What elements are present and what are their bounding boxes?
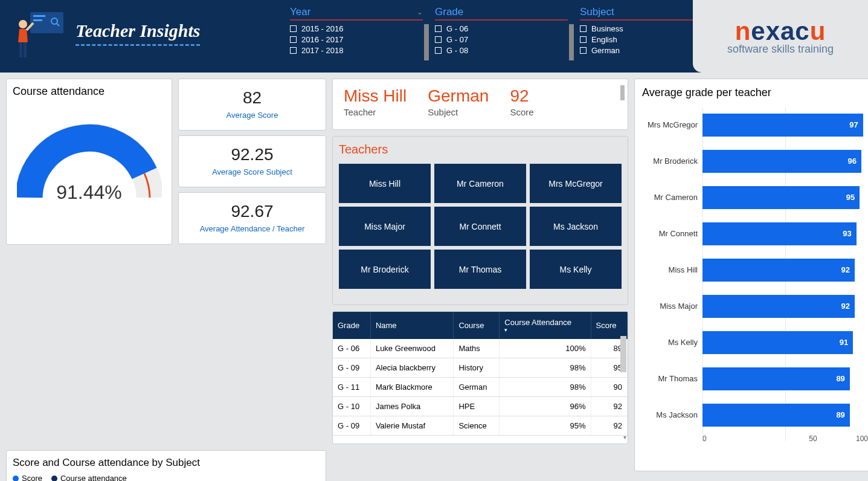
kpi-stack: 82Average Score92.25Average Score Subjec… (178, 79, 326, 444)
header: Teacher Insights Year⌄ 2015 - 20162016 -… (0, 0, 868, 73)
avg-grade-bar-card: Average grade per teacher Mrs McGregor97… (634, 79, 868, 471)
teacher-presenting-icon (12, 6, 66, 60)
bar-label: Ms Kelly (642, 338, 702, 347)
bar-label: Ms Jackson (642, 410, 702, 419)
filter-item-label: German (591, 46, 620, 55)
teacher-button[interactable]: Ms Kelly (530, 250, 622, 289)
bar-fill[interactable]: 92 (702, 295, 855, 318)
gauge-value: 91.44% (56, 181, 122, 204)
table-row[interactable]: G - 09Alecia blackberryHistory98%95 (333, 358, 628, 378)
table-header[interactable]: Score (591, 312, 627, 339)
teacher-button[interactable]: Mr Connett (434, 207, 526, 246)
logo: nexacu software skills training (693, 0, 868, 73)
bar-label: Mr Thomas (642, 374, 702, 383)
filter-item-label: 2016 - 2017 (301, 35, 343, 44)
selected-subject-label: Subject (428, 107, 489, 117)
filter-item[interactable]: G - 08 (435, 46, 568, 55)
kpi-card: 92.25Average Score Subject (178, 135, 326, 187)
checkbox-icon[interactable] (290, 47, 297, 54)
bar-row: Mr Cameron95 (642, 181, 868, 214)
checkbox-icon[interactable] (580, 36, 587, 43)
table-row[interactable]: G - 10James PolkaHPE96%92 (333, 397, 628, 416)
teacher-button[interactable]: Ms Jackson (530, 207, 622, 246)
table-header[interactable]: Grade (333, 312, 370, 339)
table-header[interactable]: Course Attendance▾ (500, 312, 591, 339)
filter-item[interactable]: G - 06 (435, 24, 568, 33)
teacher-button[interactable]: Mr Thomas (434, 250, 526, 289)
bar-row: Ms Kelly91 (642, 326, 868, 359)
svg-rect-8 (24, 42, 27, 57)
teacher-button[interactable]: Mr Broderick (339, 250, 431, 289)
grade-filter[interactable]: Grade G - 06G - 07G - 08 (435, 6, 568, 55)
selected-teacher: Miss Hill (344, 86, 407, 106)
kpi-label: Average Score Subject (182, 167, 323, 176)
bar-row: Mr Broderick96 (642, 144, 868, 178)
kpi-label: Average Attendance / Teacher (182, 224, 323, 233)
bar-fill[interactable]: 97 (702, 114, 863, 137)
bar-fill[interactable]: 93 (702, 222, 857, 245)
table-row[interactable]: G - 11Mark BlackmoreGerman98%90 (333, 378, 628, 397)
checkbox-icon[interactable] (290, 36, 297, 43)
checkbox-icon[interactable] (435, 25, 442, 32)
table-scrollbar[interactable] (620, 336, 626, 372)
scroll-down-icon[interactable]: ▾ (623, 434, 626, 441)
selected-score: 92 (510, 86, 533, 106)
teacher-button[interactable]: Mrs McGregor (530, 164, 622, 203)
logo-subtitle: software skills training (727, 43, 834, 56)
year-scrollbar[interactable] (424, 24, 429, 60)
checkbox-icon[interactable] (580, 25, 587, 32)
checkbox-icon[interactable] (580, 47, 587, 54)
svg-point-5 (19, 20, 27, 28)
teacher-button[interactable]: Miss Major (339, 207, 431, 246)
bar-fill[interactable]: 92 (702, 259, 855, 282)
filter-item[interactable]: 2017 - 2018 (290, 46, 423, 55)
svg-rect-7 (19, 42, 22, 57)
student-table[interactable]: GradeNameCourseCourse Attendance▾Score G… (333, 312, 628, 436)
legend-att: Course attendance (60, 474, 127, 481)
bar-row: Miss Major92 (642, 289, 868, 323)
bar-label: Miss Hill (642, 265, 702, 274)
combo-legend: Score Course attendance (13, 474, 320, 481)
svg-rect-2 (33, 19, 42, 21)
filter-item[interactable]: 2015 - 2016 (290, 24, 423, 33)
bar-fill[interactable]: 91 (702, 331, 853, 354)
checkbox-icon[interactable] (435, 36, 442, 43)
filter-item-label: 2015 - 2016 (301, 24, 343, 33)
attendance-gauge-card: Course attendance 91.44% (6, 79, 172, 245)
combo-title: Score and Course attendance by Subject (13, 457, 320, 469)
bar-row: Ms Jackson89 (642, 398, 868, 431)
bar-fill[interactable]: 89 (702, 367, 850, 390)
bar-label: Mr Cameron (642, 193, 702, 202)
filter-item-label: G - 07 (446, 35, 468, 44)
bar-fill[interactable]: 89 (702, 404, 850, 427)
filter-item[interactable]: 2016 - 2017 (290, 35, 423, 44)
bar-fill[interactable]: 95 (702, 186, 860, 209)
table-header[interactable]: Name (370, 312, 454, 339)
selected-scrollbar[interactable] (620, 85, 625, 100)
chevron-down-icon[interactable]: ⌄ (417, 8, 423, 16)
bar-axis-0: 0 (702, 434, 776, 443)
checkbox-icon[interactable] (435, 47, 442, 54)
bar-axis-1: 50 (776, 434, 850, 443)
bar-fill[interactable]: 96 (702, 150, 861, 173)
filter-item-label: G - 06 (446, 24, 468, 33)
year-filter[interactable]: Year⌄ 2015 - 20162016 - 20172017 - 2018 (290, 6, 423, 55)
kpi-value: 92.67 (182, 202, 323, 221)
table-row[interactable]: G - 09Valerie MustafScience95%92 (333, 416, 628, 436)
table-header[interactable]: Course (454, 312, 500, 339)
teacher-button[interactable]: Mr Cameron (434, 164, 526, 203)
teacher-button[interactable]: Miss Hill (339, 164, 431, 203)
filter-item[interactable]: G - 07 (435, 35, 568, 44)
bar-row: Mr Thomas89 (642, 362, 868, 395)
table-row[interactable]: G - 06Luke GreenwoodMaths100%89 (333, 339, 628, 358)
bar-row: Miss Hill92 (642, 253, 868, 286)
checkbox-icon[interactable] (290, 25, 297, 32)
bar-label: Mrs McGregor (642, 120, 702, 129)
grade-scrollbar[interactable] (569, 24, 574, 60)
selected-teacher-label: Teacher (344, 107, 407, 117)
year-filter-label: Year (290, 6, 310, 18)
filter-item-label: G - 08 (446, 46, 468, 55)
selected-teacher-card: Miss Hill Teacher German Subject 92 Scor… (332, 79, 628, 130)
kpi-value: 92.25 (182, 145, 323, 164)
bar-chart-title: Average grade per teacher (642, 86, 868, 99)
